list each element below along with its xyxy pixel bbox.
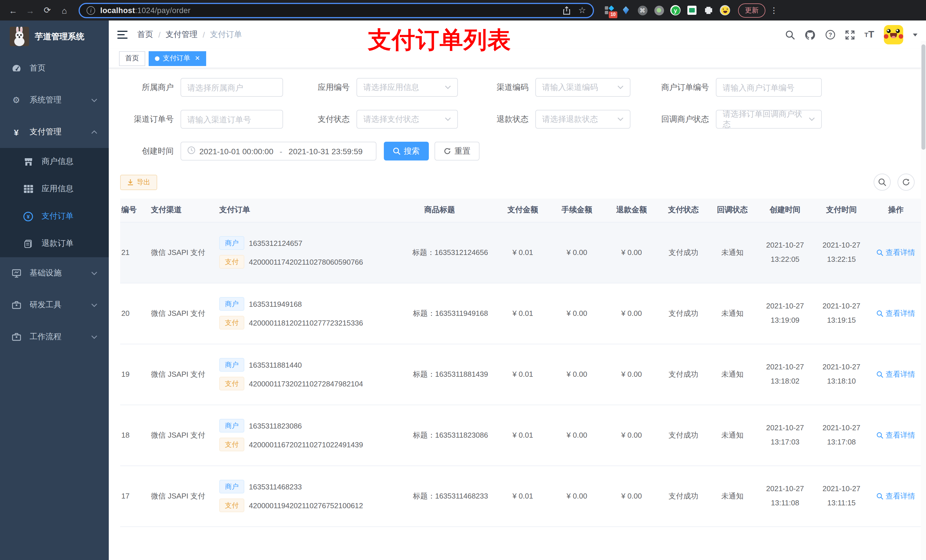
search-button[interactable]: 搜索: [384, 142, 429, 160]
app-title: 芋道管理系统: [35, 31, 84, 42]
refresh-button[interactable]: [897, 174, 915, 191]
chevron-down-icon: [91, 303, 97, 307]
svg-text:¥: ¥: [27, 213, 30, 219]
refund-status-select[interactable]: 请选择退款状态: [535, 110, 631, 128]
extension-puzzle-icon[interactable]: [703, 5, 714, 15]
extension-chat-icon[interactable]: [687, 5, 697, 15]
reset-button[interactable]: 重置: [434, 142, 480, 160]
toggle-search-button[interactable]: [874, 174, 891, 191]
merchant-tag: 商户: [219, 480, 244, 494]
collapse-sidebar-icon[interactable]: [117, 31, 127, 39]
table-toolbar: 导出: [120, 174, 915, 191]
help-icon[interactable]: ?: [825, 30, 835, 40]
view-detail-link[interactable]: 查看详情: [876, 491, 915, 501]
pay-tag: 支付: [219, 438, 244, 451]
toolbox-icon: [11, 301, 21, 309]
sidebar-item-workflow[interactable]: 工作流程: [0, 321, 109, 353]
view-detail-link[interactable]: 查看详情: [876, 430, 915, 440]
merchant-order-no-input[interactable]: [723, 83, 815, 92]
share-icon[interactable]: [562, 6, 570, 15]
merchant-tag: 商户: [219, 358, 244, 371]
fullscreen-icon[interactable]: [845, 30, 855, 39]
browser-forward-icon[interactable]: →: [23, 3, 38, 18]
extension-y-icon[interactable]: y: [670, 5, 681, 15]
merchant-order-no-input-wrap[interactable]: [716, 78, 822, 97]
view-detail-link[interactable]: 查看详情: [876, 247, 915, 258]
extension-grid-icon[interactable]: 10: [604, 5, 614, 15]
extension-emoji-icon[interactable]: [720, 5, 730, 15]
browser-back-icon[interactable]: ←: [6, 3, 21, 18]
search-icon[interactable]: [785, 30, 795, 39]
tag-tab-home[interactable]: 首页: [119, 51, 145, 66]
range-start[interactable]: 2021-10-01 00:00:00: [199, 146, 273, 155]
browser-update-button[interactable]: 更新: [738, 3, 766, 17]
bookmark-star-icon[interactable]: ☆: [578, 5, 586, 15]
app-select[interactable]: 请选择应用信息: [357, 78, 458, 97]
chevron-down-icon: [91, 335, 97, 339]
briefcase-icon: [11, 333, 21, 341]
github-icon[interactable]: [805, 29, 816, 40]
pay-tag: 支付: [219, 255, 244, 269]
range-end[interactable]: 2021-10-31 23:59:59: [289, 146, 363, 155]
pay-order-table: 编号 支付渠道 支付订单 商品标题 支付金额 手续金额 退款金额 支付状态 回调…: [120, 199, 922, 560]
channel-order-no-input-wrap[interactable]: [180, 110, 283, 128]
scrollbar-thumb[interactable]: [921, 44, 925, 150]
table-row[interactable]: 商户1635311251796: [120, 527, 922, 560]
close-tab-icon[interactable]: ✕: [195, 54, 200, 62]
merchant-select-input[interactable]: [180, 78, 283, 97]
pay-status-select[interactable]: 请选择支付状态: [357, 110, 458, 128]
merchant-tag: 商户: [219, 297, 244, 311]
view-detail-link[interactable]: 查看详情: [876, 308, 915, 318]
extension-command-icon[interactable]: ⌘: [637, 5, 648, 15]
create-time-range-picker[interactable]: 2021-10-01 00:00:00 - 2021-10-31 23:59:5…: [180, 142, 377, 160]
notify-status-select[interactable]: 请选择订单回调商户状态: [716, 110, 822, 128]
chevron-down-icon: [617, 85, 623, 89]
sidebar-item-infra[interactable]: 基础设施: [0, 257, 109, 289]
sidebar-item-home[interactable]: 首页: [0, 52, 109, 84]
merchant-tag: 商户: [219, 419, 244, 433]
top-navbar: 首页 / 支付管理 / 支付订单 支付订单列表 ? TT: [109, 21, 926, 49]
table-row[interactable]: 18 微信 JSAPI 支付 商户1635311823086 支付4200001…: [120, 405, 922, 465]
tag-tab-pay-order[interactable]: 支付订单✕: [149, 51, 206, 66]
sidebar-item-system[interactable]: ⚙ 系统管理: [0, 84, 109, 116]
chevron-down-icon: [91, 271, 97, 275]
app-logo: 芋道管理系统: [0, 21, 109, 52]
extension-kite-icon[interactable]: [621, 5, 631, 15]
breadcrumb-home[interactable]: 首页: [137, 30, 153, 40]
browser-menu-icon[interactable]: ⋮: [770, 6, 778, 15]
page-scrollbar[interactable]: [921, 41, 926, 560]
channel-order-no-input[interactable]: [188, 115, 276, 124]
url-text[interactable]: localhost:1024/pay/order: [100, 6, 191, 15]
sidebar-item-devtools[interactable]: 研发工具: [0, 289, 109, 321]
sidebar-item-merchant-info[interactable]: 商户信息: [0, 148, 109, 175]
site-info-icon[interactable]: i: [86, 6, 95, 15]
export-button[interactable]: 导出: [120, 174, 157, 190]
table-row[interactable]: 21 微信 JSAPI 支付 商户1635312124657 支付4200001…: [120, 222, 922, 283]
font-size-icon[interactable]: TT: [864, 29, 874, 41]
sidebar-item-app-info[interactable]: 应用信息: [0, 175, 109, 202]
address-bar[interactable]: i localhost:1024/pay/order ☆: [79, 3, 594, 18]
sidebar-item-pay-order[interactable]: ¥ 支付订单: [0, 202, 109, 230]
merchant-input[interactable]: [188, 83, 276, 92]
sidebar-item-refund-order[interactable]: 退款订单: [0, 230, 109, 257]
gear-icon: ⚙: [11, 95, 21, 105]
filter-row-2: 渠道订单号 支付状态 请选择支付状态 退款状态 请选择退款状态 回调商户状态 请…: [120, 110, 915, 128]
breadcrumb-pay[interactable]: 支付管理: [166, 30, 198, 40]
chevron-down-icon: [91, 98, 97, 102]
breadcrumb-pay-order: 支付订单: [210, 30, 242, 40]
browser-reload-icon[interactable]: ⟳: [40, 3, 54, 18]
avatar[interactable]: [884, 25, 903, 44]
extension-dot-icon[interactable]: [654, 5, 664, 15]
logo-image: [10, 27, 29, 46]
table-row[interactable]: 20 微信 JSAPI 支付 商户1635311949168 支付4200001…: [120, 283, 922, 344]
store-icon: [23, 157, 33, 166]
channel-code-select[interactable]: 请输入渠道编码: [535, 78, 631, 97]
sidebar-item-pay[interactable]: ¥ 支付管理: [0, 116, 109, 148]
avatar-caret-icon[interactable]: [913, 33, 917, 36]
table-row[interactable]: 19 微信 JSAPI 支付 商户1635311881440 支付4200001…: [120, 344, 922, 405]
browser-home-icon[interactable]: ⌂: [57, 3, 72, 18]
view-detail-link[interactable]: 查看详情: [876, 369, 915, 379]
screen: ← → ⟳ ⌂ i localhost:1024/pay/order ☆ 10 …: [0, 0, 926, 560]
yen-icon: ¥: [11, 127, 21, 137]
table-row[interactable]: 17 微信 JSAPI 支付 商户1635311468233 支付4200001…: [120, 465, 922, 527]
